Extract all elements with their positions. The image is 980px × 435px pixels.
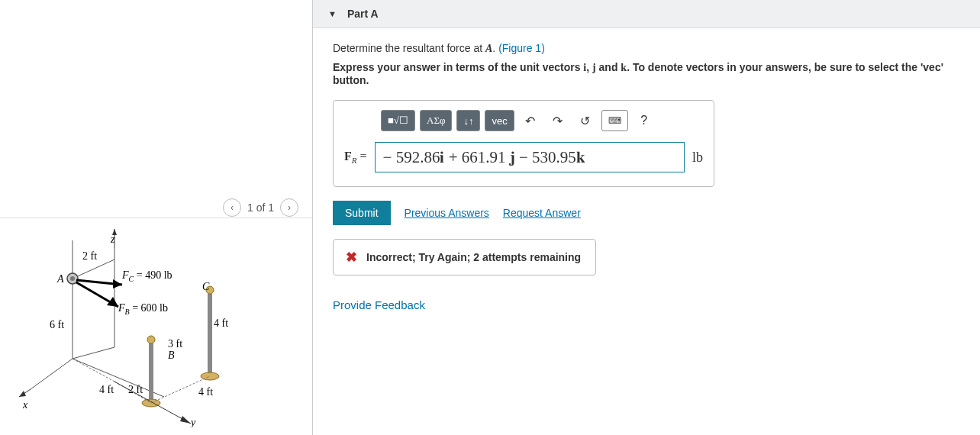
- dim-4ft-a: 4 ft: [214, 317, 228, 329]
- previous-answers-link[interactable]: Previous Answers: [405, 207, 489, 219]
- feedback-box: ✖ Incorrect; Try Again; 2 attempts remai…: [333, 239, 596, 276]
- axis-y: y: [189, 417, 196, 427]
- part-header[interactable]: ▼ Part A: [313, 0, 980, 28]
- templates-button[interactable]: ■√☐: [381, 110, 415, 131]
- prompt-instructions: Express your answer in terms of the unit…: [333, 61, 960, 86]
- answer-input[interactable]: − 592.86𝐢 + 661.91 𝐣 − 530.95𝐤: [375, 142, 685, 172]
- subscript-button[interactable]: ↓↑: [456, 110, 480, 131]
- submit-button[interactable]: Submit: [333, 201, 391, 225]
- point-a-label: A: [56, 273, 64, 285]
- answer-variable-label: FR =: [344, 150, 367, 165]
- keyboard-button[interactable]: ⌨: [601, 110, 628, 131]
- fb-label: FB = 600 lb: [118, 302, 168, 316]
- axis-z: z: [110, 234, 115, 245]
- svg-point-17: [147, 336, 155, 343]
- svg-marker-6: [19, 391, 26, 397]
- point-c-label: C: [202, 281, 210, 292]
- fc-label: FC = 490 lb: [121, 269, 172, 283]
- svg-marker-19: [113, 279, 122, 288]
- provide-feedback-link[interactable]: Provide Feedback: [333, 298, 960, 311]
- right-panel: ▼ Part A Determine the resultant force a…: [313, 0, 980, 435]
- help-button[interactable]: ?: [633, 110, 656, 131]
- svg-line-1: [31, 359, 73, 389]
- dim-2ft-b: 2 ft: [128, 384, 143, 395]
- dim-4ft-b: 4 ft: [99, 384, 114, 395]
- svg-point-11: [70, 276, 75, 281]
- request-answer-link[interactable]: Request Answer: [503, 207, 581, 219]
- incorrect-icon: ✖: [346, 249, 357, 266]
- svg-line-9: [73, 347, 114, 359]
- figure-pager: ‹ 1 of 1 ›: [223, 198, 298, 217]
- pager-prev-button[interactable]: ‹: [223, 198, 241, 217]
- pager-position: 1 of 1: [247, 201, 274, 214]
- svg-line-8: [73, 259, 114, 279]
- left-panel: ‹ 1 of 1 › z x y: [0, 0, 313, 435]
- feedback-text: Incorrect; Try Again; 2 attempts remaini…: [366, 251, 581, 263]
- pager-next-button[interactable]: ›: [280, 198, 298, 217]
- undo-button[interactable]: ↶: [519, 110, 542, 131]
- reset-button[interactable]: ↺: [574, 110, 597, 131]
- equation-toolbar: ■√☐ ΑΣφ ↓↑ vec ↶ ↷ ↺ ⌨ ?: [344, 110, 703, 131]
- answer-box: ■√☐ ΑΣφ ↓↑ vec ↶ ↷ ↺ ⌨ ? FR = − 592.86𝐢 …: [333, 100, 714, 187]
- vec-button[interactable]: vec: [485, 110, 514, 131]
- point-b-label: B: [168, 350, 175, 361]
- dim-2ft: 2 ft: [82, 250, 97, 262]
- dim-6ft: 6 ft: [50, 319, 64, 330]
- figure-link[interactable]: (Figure 1): [498, 42, 545, 54]
- dim-4ft-c: 4 ft: [198, 386, 213, 398]
- greek-button[interactable]: ΑΣφ: [420, 110, 452, 131]
- axis-x: x: [22, 399, 28, 411]
- collapse-caret-icon: ▼: [328, 9, 337, 18]
- redo-button[interactable]: ↷: [546, 110, 569, 131]
- part-title: Part A: [347, 8, 379, 20]
- prompt-line-1: Determine the resultant force at A. (Fig…: [333, 42, 960, 55]
- svg-line-22: [73, 359, 114, 382]
- answer-unit: lb: [692, 150, 703, 166]
- dim-3ft: 3 ft: [168, 338, 182, 350]
- svg-marker-26: [180, 416, 191, 424]
- figure-diagram: z x y A 2 ft 6 ft: [15, 229, 260, 427]
